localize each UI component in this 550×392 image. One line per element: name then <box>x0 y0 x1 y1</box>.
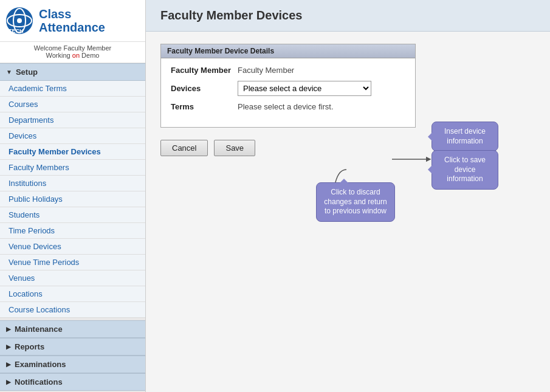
sidebar-item-public-holidays[interactable]: Public Holidays <box>0 191 145 207</box>
devices-select[interactable]: Please select a device <box>238 81 371 96</box>
sidebar-item-faculty-members[interactable]: Faculty Members <box>0 160 145 176</box>
sidebar-item-time-periods[interactable]: Time Periods <box>0 223 145 239</box>
cancel-button[interactable]: Cancel <box>160 140 208 156</box>
form-box: Faculty Member Device Details Faculty Me… <box>160 44 416 128</box>
examinations-arrow-icon: ▶ <box>6 361 11 368</box>
terms-row: Terms Please select a device first. <box>171 102 405 111</box>
sidebar-item-locations[interactable]: Locations <box>0 286 145 302</box>
app-title: Class Attendance <box>39 7 105 34</box>
sidebar-item-devices[interactable]: Devices <box>0 128 145 144</box>
tooltip-save-device: Click to save device information <box>431 150 498 190</box>
app-logo: TECH <box>5 6 34 35</box>
sidebar-header: TECH Class Attendance <box>0 0 145 42</box>
sidebar-item-courses[interactable]: Courses <box>0 97 145 112</box>
sidebar-item-academic-terms[interactable]: Academic Terms <box>0 81 145 97</box>
sidebar-item-departments[interactable]: Departments <box>0 112 145 128</box>
sidebar-item-institutions[interactable]: Institutions <box>0 176 145 191</box>
faculty-member-value: Faculty Member <box>238 66 294 75</box>
devices-label: Devices <box>171 84 238 93</box>
sidebar-item-course-locations[interactable]: Course Locations <box>0 302 145 318</box>
form-body: Faculty Member Faculty Member Devices Pl… <box>161 58 415 127</box>
sidebar-item-venue-time-periods[interactable]: Venue Time Periods <box>0 255 145 270</box>
setup-section-header[interactable]: ▼ Setup <box>0 63 145 81</box>
reports-arrow-icon: ▶ <box>6 343 11 350</box>
svg-text:TECH: TECH <box>9 28 24 34</box>
notifications-section-header[interactable]: ▶ Notifications <box>0 373 145 391</box>
svg-point-3 <box>17 18 22 23</box>
sidebar: TECH Class Attendance Welcome Faculty Me… <box>0 0 146 392</box>
notifications-arrow-icon: ▶ <box>6 379 11 385</box>
main-content: Faculty Member Devices Faculty Member De… <box>146 0 550 392</box>
devices-row: Devices Please select a device <box>171 81 405 96</box>
maintenance-section-header[interactable]: ▶ Maintenance <box>0 320 145 338</box>
faculty-member-label: Faculty Member <box>171 66 238 75</box>
setup-arrow-icon: ▼ <box>6 69 12 75</box>
terms-value: Please select a device first. <box>238 102 334 111</box>
content-area: Faculty Member Device Details Faculty Me… <box>146 32 550 392</box>
terms-label: Terms <box>171 102 238 111</box>
sidebar-item-venue-devices[interactable]: Venue Devices <box>0 239 145 255</box>
sidebar-welcome: Welcome Faculty Member Working on Demo <box>0 42 145 63</box>
form-box-title: Faculty Member Device Details <box>161 44 415 58</box>
tooltip-cancel-device: Click to discard changes and return to p… <box>316 182 395 222</box>
tooltip-insert-device: Insert device information <box>431 122 498 151</box>
maintenance-arrow-icon: ▶ <box>6 326 11 332</box>
reports-section-header[interactable]: ▶ Reports <box>0 338 145 356</box>
sidebar-item-students[interactable]: Students <box>0 207 145 223</box>
sidebar-item-faculty-member-devices[interactable]: Faculty Member Devices <box>0 144 145 160</box>
page-title: Faculty Member Devices <box>146 0 550 32</box>
sidebar-item-venues[interactable]: Venues <box>0 270 145 286</box>
examinations-section-header[interactable]: ▶ Examinations <box>0 356 145 373</box>
save-button[interactable]: Save <box>214 140 255 156</box>
faculty-member-row: Faculty Member Faculty Member <box>171 66 405 75</box>
